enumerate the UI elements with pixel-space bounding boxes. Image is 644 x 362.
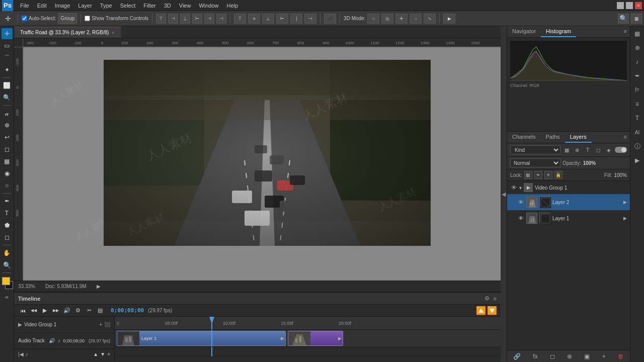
3d-scale-btn[interactable]: ⤡ xyxy=(424,14,436,24)
transform-btn[interactable]: ⬛ xyxy=(324,14,336,24)
step-back-btn[interactable]: ◀◀ xyxy=(29,306,38,315)
expand-group-icon[interactable]: ▾ xyxy=(519,185,522,191)
video-btn[interactable]: ▶ xyxy=(443,14,455,24)
gradient-tool[interactable]: ▦ xyxy=(2,156,13,167)
close-button[interactable]: × xyxy=(635,2,642,9)
group-dropdown[interactable]: Group xyxy=(58,13,77,24)
align-bottom-btn[interactable]: ⊥ xyxy=(180,14,190,24)
lock-all-btn[interactable]: 🔒 xyxy=(554,171,562,179)
menu-help[interactable]: Help xyxy=(223,2,243,10)
zoom-out-timeline[interactable]: 🔼 xyxy=(476,306,486,315)
channels-tab[interactable]: Channels xyxy=(507,132,540,143)
eye-video-group[interactable]: 👁 xyxy=(510,184,517,191)
align-vcenter-btn[interactable]: ⊣ xyxy=(168,14,178,24)
audio-btn[interactable]: 🔊 xyxy=(62,306,71,315)
workspace-icon[interactable]: ▦ xyxy=(631,14,642,24)
lock-pixels-btn[interactable]: ▦ xyxy=(524,171,532,179)
3d-slide-btn[interactable]: ↔ xyxy=(410,14,422,24)
3d-orbit-btn[interactable]: ○ xyxy=(367,14,379,24)
right-icon-info[interactable]: ⓘ xyxy=(632,141,643,152)
document-tab[interactable]: Traffic Road @ 33.3% (Layer 2, RGB/8) × xyxy=(14,27,121,38)
eye-layer1[interactable]: 👁 xyxy=(517,215,524,222)
eyedropper-tool[interactable]: 🔍 xyxy=(2,92,13,103)
filter-type-icon[interactable]: T xyxy=(583,145,592,154)
menu-window[interactable]: Window xyxy=(195,2,222,10)
swap-colors-icon[interactable]: ⇄ xyxy=(5,295,9,300)
add-fx-btn[interactable]: fx xyxy=(533,353,537,360)
filter-shape-icon[interactable]: ◻ xyxy=(594,145,603,154)
audio-note-icon[interactable]: ♪ xyxy=(58,338,60,343)
align-top-btn[interactable]: ⊤ xyxy=(156,14,166,24)
menu-layer[interactable]: Layer xyxy=(74,2,96,10)
timeline-collapse-btn[interactable]: ⚙ xyxy=(485,295,490,302)
blur-tool[interactable]: ◉ xyxy=(2,168,13,179)
show-transform-check[interactable]: Show Transform Controls xyxy=(85,16,148,21)
menu-filter[interactable]: Filter xyxy=(139,2,159,10)
new-adjustment-btn[interactable]: ⊕ xyxy=(567,353,572,360)
layer-kind-dropdown[interactable]: Kind Name Effect Mode Attribute Color xyxy=(510,145,560,154)
maximize-button[interactable]: □ xyxy=(626,2,633,9)
marquee-tool[interactable]: ▭ xyxy=(2,40,13,51)
hand-tool[interactable]: ✋ xyxy=(2,247,13,258)
expand-arrow-icon[interactable]: ▶ xyxy=(18,322,22,327)
video-options-icon[interactable]: ⬛ xyxy=(104,322,110,327)
audio-mute-icon[interactable]: 🔊 xyxy=(49,338,55,343)
dodge-tool[interactable]: ○ xyxy=(2,180,13,191)
path-tool[interactable]: ⬟ xyxy=(2,220,13,231)
move-tool[interactable]: ✛ xyxy=(2,28,13,39)
crop-tool[interactable]: ⬜ xyxy=(2,80,13,91)
3d-pan-btn[interactable]: ✛ xyxy=(395,14,408,24)
pen-tool[interactable]: ✒ xyxy=(2,196,13,207)
dist-bottom-btn[interactable]: ⊥ xyxy=(262,14,274,24)
status-arrow[interactable]: ▶ xyxy=(97,284,101,289)
history-brush[interactable]: ↩ xyxy=(2,132,13,143)
menu-edit[interactable]: Edit xyxy=(33,2,51,10)
layer1-clip[interactable]: Layer 1 ▶ xyxy=(117,331,286,346)
auto-select-check[interactable]: Auto-Select: xyxy=(22,16,56,21)
shape-tool[interactable]: ◻ xyxy=(2,232,13,243)
step-forward-btn[interactable]: ▶▶ xyxy=(51,306,60,315)
playhead[interactable] xyxy=(211,317,212,329)
menu-image[interactable]: Image xyxy=(51,2,74,10)
stamp-tool[interactable]: ⊕ xyxy=(2,120,13,131)
delete-layer-btn[interactable]: 🗑 xyxy=(618,353,624,360)
lasso-tool[interactable]: ⌒ xyxy=(2,52,13,63)
timeline-options-icon[interactable]: ≡ xyxy=(494,296,497,302)
dist-top-btn[interactable]: ⊤ xyxy=(234,14,246,24)
timeline-up-icon[interactable]: ▲ xyxy=(93,351,98,357)
right-icon-7[interactable]: T xyxy=(632,113,643,124)
show-transform-checkbox[interactable] xyxy=(85,16,90,21)
dist-vcenter-btn[interactable]: ≡ xyxy=(248,14,260,24)
navigator-tab[interactable]: Navigator xyxy=(507,26,541,37)
tab-close-btn[interactable]: × xyxy=(112,30,114,35)
right-icon-5[interactable]: 🏳 xyxy=(632,84,643,96)
layer-group-header[interactable]: 👁 ▾ ▶ Video Group 1 xyxy=(507,181,630,194)
filter-toggle[interactable] xyxy=(615,147,627,153)
histogram-options-icon[interactable]: ≡ xyxy=(621,26,630,37)
layer-1-row[interactable]: 👁 L xyxy=(507,210,630,226)
search-icon[interactable]: 🔍 xyxy=(618,14,629,24)
new-layer-btn[interactable]: + xyxy=(602,353,606,360)
menu-type[interactable]: Type xyxy=(96,2,116,10)
dist-hcenter-btn[interactable]: ∣ xyxy=(290,14,302,24)
add-video-icon[interactable]: + xyxy=(99,322,102,327)
menu-view[interactable]: View xyxy=(175,2,195,10)
menu-select[interactable]: Select xyxy=(116,2,140,10)
filter-adj-icon[interactable]: ⊕ xyxy=(573,145,582,154)
go-to-start-icon[interactable]: |◀ xyxy=(18,351,24,357)
right-icon-4[interactable]: ✒ xyxy=(632,70,643,81)
timeline-down-icon[interactable]: ▼ xyxy=(100,351,105,357)
new-group-btn[interactable]: ▣ xyxy=(584,353,590,360)
dist-left-btn[interactable]: ⊢ xyxy=(276,14,288,24)
right-icon-play[interactable]: ▶ xyxy=(632,155,643,166)
eye-layer2[interactable]: 👁 xyxy=(517,199,524,206)
layers-tab[interactable]: Layers xyxy=(565,132,592,143)
layers-options-icon[interactable]: ≡ xyxy=(621,132,630,143)
lock-position-btn[interactable]: ✒ xyxy=(534,171,542,179)
purple-clip[interactable]: ▶ xyxy=(288,331,343,346)
right-icon-2[interactable]: ⊕ xyxy=(632,42,643,53)
align-hcenter-btn[interactable]: ⊣ xyxy=(204,14,214,24)
foreground-color[interactable] xyxy=(2,277,10,285)
align-right-btn[interactable]: ⊣ xyxy=(216,14,226,24)
blend-mode-select[interactable]: Normal Dissolve Darken Multiply Screen O… xyxy=(510,158,560,167)
